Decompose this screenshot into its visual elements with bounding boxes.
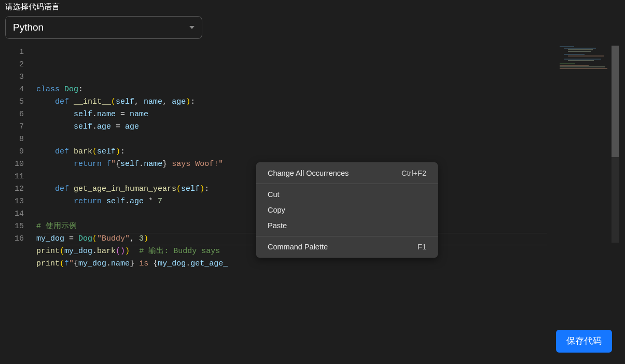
line-number: 4 [0, 83, 24, 96]
context-menu-item[interactable]: Command PaletteF1 [256, 239, 438, 255]
scrollbar-thumb[interactable] [612, 46, 619, 157]
code-line[interactable]: def bark(self): [36, 146, 625, 158]
chevron-down-icon [189, 26, 195, 29]
line-number: 3 [0, 71, 24, 83]
line-number: 7 [0, 121, 24, 133]
context-menu-item-label: Cut [268, 190, 280, 199]
code-line[interactable] [36, 133, 625, 146]
line-number: 12 [0, 183, 24, 195]
code-line[interactable]: self.age = age [36, 121, 625, 133]
context-menu-item[interactable]: Cut [256, 187, 438, 202]
code-line[interactable]: self.name = name [36, 108, 625, 121]
language-select[interactable]: Python [5, 16, 202, 39]
context-menu-item[interactable]: Change All OccurrencesCtrl+F2 [256, 165, 438, 181]
context-menu-item-label: Copy [268, 206, 285, 214]
context-menu-separator [256, 236, 438, 236]
line-number: 1 [0, 46, 24, 59]
context-menu-item-label: Paste [268, 221, 287, 230]
context-menu-item-shortcut: Ctrl+F2 [401, 169, 426, 177]
code-line[interactable] [36, 270, 625, 283]
line-number: 16 [0, 233, 24, 245]
line-number: 14 [0, 208, 24, 220]
context-menu-item-label: Command Palette [268, 243, 328, 251]
line-number: 2 [0, 59, 24, 71]
line-number: 15 [0, 220, 24, 233]
line-number-gutter: 12345678910111213141516 [0, 44, 36, 334]
code-line[interactable]: def __init__(self, name, age): [36, 96, 625, 108]
context-menu-item[interactable]: Paste [256, 218, 438, 233]
line-number: 13 [0, 195, 24, 208]
line-number: 5 [0, 96, 24, 108]
context-menu-separator [256, 184, 438, 184]
context-menu-item-label: Change All Occurrences [268, 169, 349, 177]
minimap[interactable] [560, 46, 612, 77]
language-selected-value: Python [13, 22, 44, 33]
line-number: 8 [0, 133, 24, 146]
context-menu[interactable]: Change All OccurrencesCtrl+F2CutCopyPast… [256, 162, 438, 258]
line-number: 11 [0, 171, 24, 183]
code-line[interactable]: print(f"{my_dog.name} is {my_dog.get_age… [36, 258, 625, 270]
code-line[interactable]: class Dog: [36, 83, 625, 96]
line-number: 9 [0, 146, 24, 158]
save-button[interactable]: 保存代码 [556, 330, 612, 353]
context-menu-item-shortcut: F1 [418, 243, 426, 251]
language-label: 请选择代码语言 [0, 0, 625, 14]
vertical-scrollbar[interactable] [612, 46, 619, 243]
context-menu-item[interactable]: Copy [256, 202, 438, 218]
line-number: 6 [0, 108, 24, 121]
line-number: 10 [0, 158, 24, 171]
